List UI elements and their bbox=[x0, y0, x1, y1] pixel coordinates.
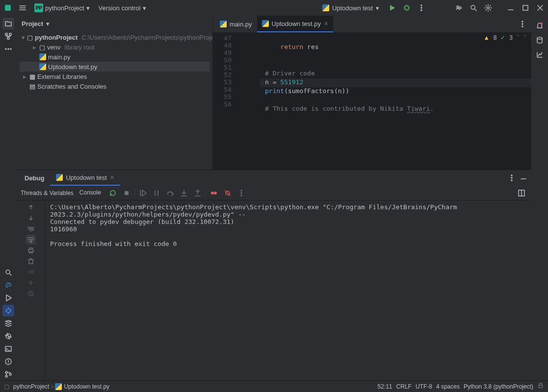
scroll-down-icon[interactable] bbox=[26, 213, 36, 223]
soft-wrap-icon[interactable] bbox=[26, 224, 36, 234]
tree-root-label: pythonProject bbox=[35, 34, 78, 41]
debug-tab-session[interactable]: Uptodown test ✕ bbox=[50, 170, 120, 186]
tree-scratches-label: Scratches and Consoles bbox=[37, 83, 106, 90]
editor-tab-uptodown-label: Uptodown test.py bbox=[272, 20, 321, 27]
tree-external-libs[interactable]: ▸ ▦ External Libraries bbox=[20, 72, 209, 81]
terminal-tool-icon[interactable] bbox=[2, 343, 14, 355]
mute-breakpoints-icon[interactable] bbox=[222, 187, 234, 199]
svg-point-41 bbox=[537, 37, 542, 39]
services-tool-icon[interactable] bbox=[2, 318, 14, 329]
code-with-me-icon[interactable] bbox=[453, 2, 465, 14]
close-button[interactable] bbox=[534, 2, 546, 14]
editor-tab-uptodown[interactable]: Uptodown test.py ✕ bbox=[257, 16, 333, 32]
lock-icon[interactable] bbox=[537, 382, 544, 391]
run-tool-icon[interactable] bbox=[2, 292, 14, 304]
python-packages-icon[interactable] bbox=[2, 330, 14, 342]
project-tool-icon[interactable] bbox=[2, 18, 14, 29]
problems-tool-icon[interactable] bbox=[2, 356, 14, 368]
step-out-icon[interactable] bbox=[192, 187, 204, 199]
folder-icon: ▢ bbox=[39, 44, 45, 51]
tab-more-icon[interactable] bbox=[517, 18, 528, 30]
step-over-icon[interactable] bbox=[164, 187, 176, 199]
rerun-icon[interactable] bbox=[107, 187, 119, 199]
debug-sub-threads[interactable]: Threads & Variables bbox=[21, 190, 74, 196]
add-to-watches-icon[interactable] bbox=[26, 278, 36, 288]
search-everywhere-icon[interactable] bbox=[468, 2, 479, 14]
remote-indicator-icon[interactable]: ▢ bbox=[4, 383, 9, 390]
close-tab-icon[interactable]: ✕ bbox=[324, 21, 328, 27]
svg-point-32 bbox=[214, 192, 217, 195]
svg-point-6 bbox=[459, 7, 461, 9]
clear-all-icon[interactable] bbox=[26, 256, 36, 266]
svg-point-29 bbox=[511, 180, 512, 181]
debug-title-label: Debug bbox=[25, 174, 44, 182]
notifications-icon[interactable] bbox=[534, 20, 546, 31]
print-icon[interactable] bbox=[26, 245, 36, 255]
debug-sub-console[interactable]: Console bbox=[79, 189, 101, 197]
resume-icon[interactable] bbox=[137, 187, 149, 199]
new-predef-icon[interactable] bbox=[26, 267, 36, 277]
svg-point-25 bbox=[522, 24, 523, 24]
database-icon[interactable] bbox=[534, 34, 546, 46]
console-output[interactable]: C:\Users\Alberto\PycharmProjects\pythonP… bbox=[45, 200, 531, 380]
settings-icon[interactable] bbox=[482, 2, 494, 14]
step-into-icon[interactable] bbox=[178, 187, 190, 199]
debug-tool-icon[interactable] bbox=[2, 305, 14, 317]
status-indent[interactable]: 4 spaces bbox=[436, 383, 460, 390]
find-tool-icon[interactable] bbox=[2, 267, 14, 278]
more-actions-icon[interactable] bbox=[416, 2, 427, 14]
debug-button[interactable] bbox=[401, 2, 413, 14]
structure-tool-icon[interactable] bbox=[2, 30, 14, 42]
status-encoding[interactable]: UTF-8 bbox=[416, 383, 432, 390]
main-menu-icon[interactable] bbox=[17, 2, 28, 14]
stop-icon[interactable] bbox=[121, 187, 132, 199]
status-eol[interactable]: CRLF bbox=[396, 383, 412, 390]
hide-panel-icon[interactable] bbox=[518, 172, 529, 184]
python-console-icon[interactable] bbox=[2, 279, 14, 291]
browse-history-icon[interactable] bbox=[26, 289, 36, 298]
layout-settings-icon[interactable] bbox=[516, 187, 527, 199]
svg-rect-42 bbox=[539, 385, 543, 388]
python-icon bbox=[39, 53, 46, 60]
more-tools-icon[interactable] bbox=[2, 43, 14, 55]
scroll-to-end-icon[interactable] bbox=[26, 235, 36, 245]
view-breakpoints-icon[interactable] bbox=[208, 187, 220, 199]
tree-file-uptodown-label: Uptodown test.py bbox=[48, 63, 97, 71]
status-interpreter[interactable]: Python 3.8 (pythonProject) bbox=[464, 383, 533, 390]
svg-point-17 bbox=[6, 309, 10, 313]
minimize-button[interactable] bbox=[505, 2, 517, 14]
tree-venv-label: venv bbox=[47, 44, 60, 51]
editor-tab-main[interactable]: main.py bbox=[215, 16, 257, 32]
tree-scratches[interactable]: ▤ Scratches and Consoles bbox=[20, 81, 209, 91]
status-position[interactable]: 52:11 bbox=[378, 383, 392, 390]
tree-file-uptodown[interactable]: Uptodown test.py bbox=[20, 62, 209, 72]
svg-point-2 bbox=[421, 5, 422, 6]
debug-toolbar-more-icon[interactable] bbox=[235, 187, 247, 199]
sciview-icon[interactable] bbox=[534, 49, 546, 61]
svg-point-8 bbox=[487, 7, 489, 9]
tree-root[interactable]: ▾ ▢ pythonProject C:\Users\Alberto\Pycha… bbox=[20, 32, 209, 42]
version-control-selector[interactable]: Version control ▾ bbox=[96, 4, 149, 12]
tree-external-label: External Libraries bbox=[37, 73, 87, 80]
python-icon bbox=[262, 20, 269, 27]
project-panel-header[interactable]: Project ▾ bbox=[17, 16, 212, 31]
run-config-selector[interactable]: Uptodown test ▾ bbox=[318, 4, 383, 12]
pause-icon[interactable] bbox=[151, 187, 162, 199]
debug-more-icon[interactable] bbox=[506, 172, 518, 184]
tree-root-path: C:\Users\Alberto\PycharmProjects\pythonP… bbox=[81, 34, 212, 41]
tree-venv[interactable]: ▸ ▢ venv library root bbox=[20, 42, 209, 52]
maximize-button[interactable] bbox=[520, 2, 531, 14]
breadcrumb-project: pythonProject bbox=[13, 383, 49, 390]
scroll-up-icon[interactable] bbox=[26, 202, 36, 212]
svg-point-36 bbox=[241, 195, 242, 196]
project-selector[interactable]: PP pythonProject ▾ bbox=[31, 3, 93, 12]
app-icon[interactable] bbox=[2, 2, 14, 14]
close-icon[interactable]: ✕ bbox=[110, 174, 114, 181]
editor-gutter: 47 48 49 50 51 52 53 54 55 56 bbox=[213, 32, 236, 170]
editor-code-area[interactable]: return res # Driver code n = 551912 prin… bbox=[260, 32, 531, 170]
breadcrumb[interactable]: pythonProject › Uptodown test.py bbox=[13, 383, 109, 390]
run-button[interactable] bbox=[386, 2, 398, 14]
vcs-tool-icon[interactable] bbox=[2, 368, 14, 380]
debug-tab-title[interactable]: Debug bbox=[19, 170, 50, 186]
tree-file-main[interactable]: main.py bbox=[20, 52, 209, 62]
